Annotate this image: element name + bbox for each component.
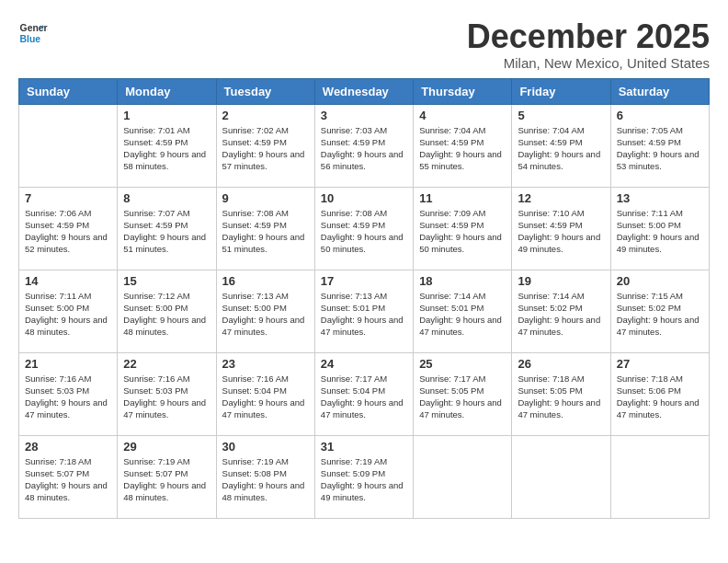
calendar-day-cell: [512, 435, 610, 518]
day-info: Sunrise: 7:18 AMSunset: 5:06 PMDaylight:…: [617, 373, 703, 421]
calendar-day-cell: 23Sunrise: 7:16 AMSunset: 5:04 PMDayligh…: [216, 352, 314, 435]
day-number: 24: [321, 357, 407, 371]
calendar-day-cell: [610, 435, 709, 518]
day-number: 30: [222, 440, 309, 454]
day-number: 21: [25, 357, 111, 371]
day-number: 9: [222, 191, 309, 205]
day-number: 11: [419, 191, 506, 205]
calendar-day-cell: 18Sunrise: 7:14 AMSunset: 5:01 PMDayligh…: [414, 270, 512, 352]
day-number: 20: [617, 274, 703, 288]
day-number: 17: [321, 274, 407, 288]
day-number: 5: [518, 109, 604, 122]
day-info: Sunrise: 7:13 AMSunset: 5:01 PMDaylight:…: [321, 290, 407, 339]
calendar-header-cell: Tuesday: [216, 78, 314, 104]
calendar-table: SundayMondayTuesdayWednesdayThursdayFrid…: [18, 78, 710, 519]
calendar-week-row: 1Sunrise: 7:01 AMSunset: 4:59 PMDaylight…: [19, 104, 710, 187]
calendar-week-row: 14Sunrise: 7:11 AMSunset: 5:00 PMDayligh…: [19, 270, 710, 352]
day-info: Sunrise: 7:19 AMSunset: 5:08 PMDaylight:…: [222, 455, 309, 504]
day-number: 28: [25, 440, 111, 454]
day-info: Sunrise: 7:17 AMSunset: 5:04 PMDaylight:…: [321, 373, 407, 421]
day-info: Sunrise: 7:13 AMSunset: 5:00 PMDaylight:…: [222, 290, 309, 339]
day-number: 1: [123, 109, 210, 122]
calendar-day-cell: 12Sunrise: 7:10 AMSunset: 4:59 PMDayligh…: [512, 187, 610, 270]
calendar-day-cell: 5Sunrise: 7:04 AMSunset: 4:59 PMDaylight…: [512, 104, 610, 187]
day-number: 4: [419, 109, 506, 122]
calendar-day-cell: 25Sunrise: 7:17 AMSunset: 5:05 PMDayligh…: [414, 352, 512, 435]
day-number: 14: [25, 274, 111, 288]
day-info: Sunrise: 7:16 AMSunset: 5:04 PMDaylight:…: [222, 373, 309, 421]
calendar-day-cell: 9Sunrise: 7:08 AMSunset: 4:59 PMDaylight…: [216, 187, 314, 270]
calendar-day-cell: 11Sunrise: 7:09 AMSunset: 4:59 PMDayligh…: [414, 187, 512, 270]
calendar-day-cell: 16Sunrise: 7:13 AMSunset: 5:00 PMDayligh…: [216, 270, 314, 352]
day-info: Sunrise: 7:08 AMSunset: 4:59 PMDaylight:…: [222, 207, 309, 256]
day-number: 6: [617, 109, 703, 122]
day-info: Sunrise: 7:10 AMSunset: 4:59 PMDaylight:…: [518, 207, 604, 256]
calendar-header-row: SundayMondayTuesdayWednesdayThursdayFrid…: [19, 78, 710, 104]
calendar-header-cell: Sunday: [19, 78, 118, 104]
title-section: December 2025 Milan, New Mexico, United …: [467, 18, 710, 71]
calendar-day-cell: [19, 104, 118, 187]
day-number: 31: [321, 440, 407, 454]
day-info: Sunrise: 7:07 AMSunset: 4:59 PMDaylight:…: [123, 207, 210, 256]
calendar-day-cell: 29Sunrise: 7:19 AMSunset: 5:07 PMDayligh…: [118, 435, 216, 518]
day-info: Sunrise: 7:01 AMSunset: 4:59 PMDaylight:…: [123, 124, 210, 173]
day-info: Sunrise: 7:05 AMSunset: 4:59 PMDaylight:…: [617, 124, 703, 173]
calendar-day-cell: 31Sunrise: 7:19 AMSunset: 5:09 PMDayligh…: [314, 435, 413, 518]
day-number: 16: [222, 274, 309, 288]
day-info: Sunrise: 7:14 AMSunset: 5:01 PMDaylight:…: [419, 290, 506, 339]
day-info: Sunrise: 7:18 AMSunset: 5:07 PMDaylight:…: [25, 455, 111, 504]
svg-text:General: General: [20, 23, 48, 33]
calendar-day-cell: 30Sunrise: 7:19 AMSunset: 5:08 PMDayligh…: [216, 435, 314, 518]
calendar-header-cell: Friday: [512, 78, 610, 104]
calendar-day-cell: 6Sunrise: 7:05 AMSunset: 4:59 PMDaylight…: [610, 104, 709, 187]
day-number: 22: [123, 357, 210, 371]
calendar-day-cell: 22Sunrise: 7:16 AMSunset: 5:03 PMDayligh…: [118, 352, 216, 435]
day-info: Sunrise: 7:09 AMSunset: 4:59 PMDaylight:…: [419, 207, 506, 256]
calendar-day-cell: 3Sunrise: 7:03 AMSunset: 4:59 PMDaylight…: [314, 104, 413, 187]
calendar-day-cell: 7Sunrise: 7:06 AMSunset: 4:59 PMDaylight…: [19, 187, 118, 270]
calendar-header-cell: Wednesday: [314, 78, 413, 104]
day-number: 29: [123, 440, 210, 454]
calendar-day-cell: 13Sunrise: 7:11 AMSunset: 5:00 PMDayligh…: [610, 187, 709, 270]
day-number: 15: [123, 274, 210, 288]
day-info: Sunrise: 7:11 AMSunset: 5:00 PMDaylight:…: [617, 207, 703, 256]
day-number: 3: [321, 109, 407, 122]
svg-text:Blue: Blue: [20, 34, 41, 44]
calendar-header-cell: Thursday: [414, 78, 512, 104]
day-number: 19: [518, 274, 604, 288]
day-info: Sunrise: 7:14 AMSunset: 5:02 PMDaylight:…: [518, 290, 604, 339]
calendar-day-cell: 21Sunrise: 7:16 AMSunset: 5:03 PMDayligh…: [19, 352, 118, 435]
day-number: 12: [518, 191, 604, 205]
calendar-day-cell: 10Sunrise: 7:08 AMSunset: 4:59 PMDayligh…: [314, 187, 413, 270]
calendar-week-row: 21Sunrise: 7:16 AMSunset: 5:03 PMDayligh…: [19, 352, 710, 435]
day-number: 7: [25, 191, 111, 205]
calendar-day-cell: 19Sunrise: 7:14 AMSunset: 5:02 PMDayligh…: [512, 270, 610, 352]
day-number: 27: [617, 357, 703, 371]
logo-icon: General Blue: [18, 18, 48, 48]
calendar-header-cell: Monday: [118, 78, 216, 104]
calendar-day-cell: 14Sunrise: 7:11 AMSunset: 5:00 PMDayligh…: [19, 270, 118, 352]
calendar-day-cell: 28Sunrise: 7:18 AMSunset: 5:07 PMDayligh…: [19, 435, 118, 518]
day-number: 2: [222, 109, 309, 122]
day-info: Sunrise: 7:19 AMSunset: 5:07 PMDaylight:…: [123, 455, 210, 504]
day-info: Sunrise: 7:18 AMSunset: 5:05 PMDaylight:…: [518, 373, 604, 421]
day-info: Sunrise: 7:17 AMSunset: 5:05 PMDaylight:…: [419, 373, 506, 421]
day-info: Sunrise: 7:19 AMSunset: 5:09 PMDaylight:…: [321, 455, 407, 504]
calendar-day-cell: [414, 435, 512, 518]
day-info: Sunrise: 7:04 AMSunset: 4:59 PMDaylight:…: [419, 124, 506, 173]
calendar-day-cell: 8Sunrise: 7:07 AMSunset: 4:59 PMDaylight…: [118, 187, 216, 270]
day-info: Sunrise: 7:02 AMSunset: 4:59 PMDaylight:…: [222, 124, 309, 173]
day-info: Sunrise: 7:03 AMSunset: 4:59 PMDaylight:…: [321, 124, 407, 173]
day-info: Sunrise: 7:06 AMSunset: 4:59 PMDaylight:…: [25, 207, 111, 256]
calendar-day-cell: 26Sunrise: 7:18 AMSunset: 5:05 PMDayligh…: [512, 352, 610, 435]
calendar-day-cell: 2Sunrise: 7:02 AMSunset: 4:59 PMDaylight…: [216, 104, 314, 187]
day-number: 26: [518, 357, 604, 371]
logo: General Blue: [18, 18, 48, 48]
day-info: Sunrise: 7:04 AMSunset: 4:59 PMDaylight:…: [518, 124, 604, 173]
day-number: 13: [617, 191, 703, 205]
calendar-header-cell: Saturday: [610, 78, 709, 104]
calendar-week-row: 7Sunrise: 7:06 AMSunset: 4:59 PMDaylight…: [19, 187, 710, 270]
day-number: 18: [419, 274, 506, 288]
day-info: Sunrise: 7:08 AMSunset: 4:59 PMDaylight:…: [321, 207, 407, 256]
calendar-day-cell: 20Sunrise: 7:15 AMSunset: 5:02 PMDayligh…: [610, 270, 709, 352]
